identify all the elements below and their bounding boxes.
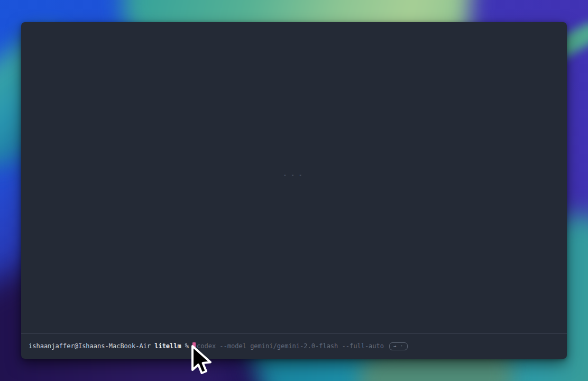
prompt-symbol: % [185, 342, 189, 351]
terminal-output-area: ··· [21, 22, 567, 333]
suggestion-hint-badge: → · [389, 342, 408, 350]
desktop-wallpaper: ··· ishaanjaffer@Ishaans-MacBook-Air lit… [0, 0, 588, 381]
text-cursor [192, 342, 196, 350]
loading-ellipsis: ··· [282, 170, 306, 180]
autosuggestion-text[interactable]: codex --model gemini/gemini-2.0-flash --… [197, 342, 384, 351]
right-arrow-key-icon: → · [393, 343, 403, 350]
prompt-directory: litellm [154, 342, 181, 351]
terminal-window[interactable]: ··· ishaanjaffer@Ishaans-MacBook-Air lit… [21, 22, 567, 359]
terminal-prompt-line[interactable]: ishaanjaffer@Ishaans-MacBook-Air litellm… [21, 333, 567, 359]
prompt-user-host: ishaanjaffer@Ishaans-MacBook-Air [29, 342, 151, 351]
